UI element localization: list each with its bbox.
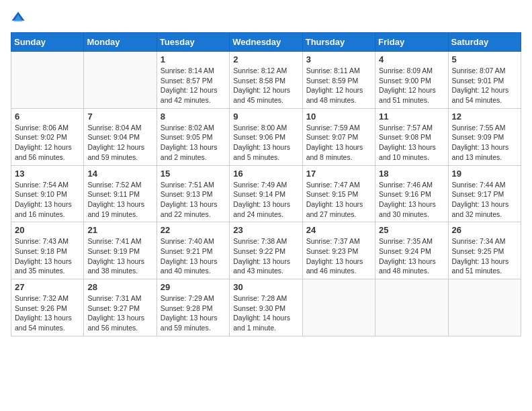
calendar-day-13: 13Sunrise: 7:54 AM Sunset: 9:10 PM Dayli… xyxy=(11,165,84,222)
day-number: 8 xyxy=(161,111,226,122)
weekday-header-wednesday: Wednesday xyxy=(230,33,302,52)
day-info: Sunrise: 7:49 AM Sunset: 9:14 PM Dayligh… xyxy=(233,180,298,220)
calendar-week-row: 1Sunrise: 8:14 AM Sunset: 8:57 PM Daylig… xyxy=(11,52,521,109)
day-info: Sunrise: 8:07 AM Sunset: 9:01 PM Dayligh… xyxy=(452,66,517,105)
day-info: Sunrise: 7:57 AM Sunset: 9:08 PM Dayligh… xyxy=(379,123,444,163)
day-number: 12 xyxy=(452,111,517,122)
day-number: 10 xyxy=(306,111,371,122)
calendar-day-27: 27Sunrise: 7:32 AM Sunset: 9:26 PM Dayli… xyxy=(11,279,84,336)
day-number: 30 xyxy=(233,282,298,292)
day-number: 6 xyxy=(15,111,80,122)
day-info: Sunrise: 7:28 AM Sunset: 9:30 PM Dayligh… xyxy=(233,293,298,333)
weekday-header-tuesday: Tuesday xyxy=(157,33,229,52)
day-info: Sunrise: 8:12 AM Sunset: 8:58 PM Dayligh… xyxy=(233,66,298,105)
day-info: Sunrise: 7:51 AM Sunset: 9:13 PM Dayligh… xyxy=(161,180,226,220)
weekday-header-sunday: Sunday xyxy=(11,33,84,52)
day-info: Sunrise: 7:47 AM Sunset: 9:15 PM Dayligh… xyxy=(306,180,371,220)
logo xyxy=(11,11,28,26)
day-info: Sunrise: 7:43 AM Sunset: 9:18 PM Dayligh… xyxy=(15,236,80,276)
day-info: Sunrise: 8:00 AM Sunset: 9:06 PM Dayligh… xyxy=(233,123,298,163)
calendar-day-30: 30Sunrise: 7:28 AM Sunset: 9:30 PM Dayli… xyxy=(230,279,302,336)
day-number: 11 xyxy=(379,111,444,122)
day-number: 1 xyxy=(161,54,226,64)
day-number: 22 xyxy=(161,225,226,235)
day-number: 13 xyxy=(15,169,80,179)
calendar-empty-cell xyxy=(84,52,157,109)
calendar-day-10: 10Sunrise: 7:59 AM Sunset: 9:07 PM Dayli… xyxy=(302,108,375,165)
day-number: 9 xyxy=(233,111,298,122)
day-info: Sunrise: 7:52 AM Sunset: 9:11 PM Dayligh… xyxy=(87,180,152,220)
calendar-week-row: 13Sunrise: 7:54 AM Sunset: 9:10 PM Dayli… xyxy=(11,165,521,222)
day-info: Sunrise: 7:55 AM Sunset: 9:09 PM Dayligh… xyxy=(452,123,517,163)
day-number: 5 xyxy=(452,54,517,64)
day-info: Sunrise: 8:14 AM Sunset: 8:57 PM Dayligh… xyxy=(161,66,226,105)
day-info: Sunrise: 7:40 AM Sunset: 9:21 PM Dayligh… xyxy=(161,236,226,276)
day-number: 14 xyxy=(87,169,152,179)
calendar-day-21: 21Sunrise: 7:41 AM Sunset: 9:19 PM Dayli… xyxy=(84,222,157,279)
day-info: Sunrise: 8:04 AM Sunset: 9:04 PM Dayligh… xyxy=(87,123,152,163)
day-info: Sunrise: 7:44 AM Sunset: 9:17 PM Dayligh… xyxy=(452,180,517,220)
weekday-header-thursday: Thursday xyxy=(302,33,375,52)
day-number: 29 xyxy=(161,282,226,292)
calendar-day-4: 4Sunrise: 8:09 AM Sunset: 9:00 PM Daylig… xyxy=(375,52,448,109)
day-number: 7 xyxy=(87,111,152,122)
day-info: Sunrise: 7:46 AM Sunset: 9:16 PM Dayligh… xyxy=(379,180,444,220)
weekday-header-saturday: Saturday xyxy=(448,33,521,52)
calendar-empty-cell xyxy=(11,52,84,109)
calendar-table: SundayMondayTuesdayWednesdayThursdayFrid… xyxy=(11,32,521,336)
day-number: 2 xyxy=(233,54,298,64)
calendar-day-29: 29Sunrise: 7:29 AM Sunset: 9:28 PM Dayli… xyxy=(157,279,229,336)
day-number: 24 xyxy=(306,225,371,235)
calendar-week-row: 20Sunrise: 7:43 AM Sunset: 9:18 PM Dayli… xyxy=(11,222,521,279)
calendar-week-row: 6Sunrise: 8:06 AM Sunset: 9:02 PM Daylig… xyxy=(11,108,521,165)
calendar-day-20: 20Sunrise: 7:43 AM Sunset: 9:18 PM Dayli… xyxy=(11,222,84,279)
day-info: Sunrise: 8:02 AM Sunset: 9:05 PM Dayligh… xyxy=(161,123,226,163)
day-info: Sunrise: 7:35 AM Sunset: 9:24 PM Dayligh… xyxy=(379,236,444,276)
day-number: 27 xyxy=(15,282,80,292)
calendar-day-9: 9Sunrise: 8:00 AM Sunset: 9:06 PM Daylig… xyxy=(230,108,302,165)
day-number: 26 xyxy=(452,225,517,235)
calendar-day-1: 1Sunrise: 8:14 AM Sunset: 8:57 PM Daylig… xyxy=(157,52,229,109)
calendar-day-5: 5Sunrise: 8:07 AM Sunset: 9:01 PM Daylig… xyxy=(448,52,521,109)
calendar-day-16: 16Sunrise: 7:49 AM Sunset: 9:14 PM Dayli… xyxy=(230,165,302,222)
weekday-header-row: SundayMondayTuesdayWednesdayThursdayFrid… xyxy=(11,33,521,52)
calendar-day-7: 7Sunrise: 8:04 AM Sunset: 9:04 PM Daylig… xyxy=(84,108,157,165)
calendar-day-8: 8Sunrise: 8:02 AM Sunset: 9:05 PM Daylig… xyxy=(157,108,229,165)
day-info: Sunrise: 7:38 AM Sunset: 9:22 PM Dayligh… xyxy=(233,236,298,276)
day-info: Sunrise: 7:41 AM Sunset: 9:19 PM Dayligh… xyxy=(87,236,152,276)
weekday-header-monday: Monday xyxy=(84,33,157,52)
day-number: 28 xyxy=(87,282,152,292)
calendar-day-12: 12Sunrise: 7:55 AM Sunset: 9:09 PM Dayli… xyxy=(448,108,521,165)
day-number: 16 xyxy=(233,169,298,179)
calendar-day-22: 22Sunrise: 7:40 AM Sunset: 9:21 PM Dayli… xyxy=(157,222,229,279)
calendar-day-11: 11Sunrise: 7:57 AM Sunset: 9:08 PM Dayli… xyxy=(375,108,448,165)
day-number: 19 xyxy=(452,169,517,179)
day-info: Sunrise: 8:06 AM Sunset: 9:02 PM Dayligh… xyxy=(15,123,80,163)
day-info: Sunrise: 8:09 AM Sunset: 9:00 PM Dayligh… xyxy=(379,66,444,105)
day-number: 3 xyxy=(306,54,371,64)
calendar-week-row: 27Sunrise: 7:32 AM Sunset: 9:26 PM Dayli… xyxy=(11,279,521,336)
day-info: Sunrise: 7:31 AM Sunset: 9:27 PM Dayligh… xyxy=(87,293,152,333)
calendar-day-2: 2Sunrise: 8:12 AM Sunset: 8:58 PM Daylig… xyxy=(230,52,302,109)
calendar-day-24: 24Sunrise: 7:37 AM Sunset: 9:23 PM Dayli… xyxy=(302,222,375,279)
day-number: 20 xyxy=(15,225,80,235)
day-info: Sunrise: 7:37 AM Sunset: 9:23 PM Dayligh… xyxy=(306,236,371,276)
calendar-day-28: 28Sunrise: 7:31 AM Sunset: 9:27 PM Dayli… xyxy=(84,279,157,336)
calendar-day-17: 17Sunrise: 7:47 AM Sunset: 9:15 PM Dayli… xyxy=(302,165,375,222)
calendar-empty-cell xyxy=(375,279,448,336)
calendar-empty-cell xyxy=(302,279,375,336)
calendar-day-6: 6Sunrise: 8:06 AM Sunset: 9:02 PM Daylig… xyxy=(11,108,84,165)
calendar-day-3: 3Sunrise: 8:11 AM Sunset: 8:59 PM Daylig… xyxy=(302,52,375,109)
calendar-day-15: 15Sunrise: 7:51 AM Sunset: 9:13 PM Dayli… xyxy=(157,165,229,222)
day-number: 21 xyxy=(87,225,152,235)
day-number: 25 xyxy=(379,225,444,235)
calendar-day-14: 14Sunrise: 7:52 AM Sunset: 9:11 PM Dayli… xyxy=(84,165,157,222)
day-info: Sunrise: 7:32 AM Sunset: 9:26 PM Dayligh… xyxy=(15,293,80,333)
day-number: 15 xyxy=(161,169,226,179)
day-number: 23 xyxy=(233,225,298,235)
day-number: 18 xyxy=(379,169,444,179)
day-info: Sunrise: 7:54 AM Sunset: 9:10 PM Dayligh… xyxy=(15,180,80,220)
calendar-day-19: 19Sunrise: 7:44 AM Sunset: 9:17 PM Dayli… xyxy=(448,165,521,222)
calendar-day-18: 18Sunrise: 7:46 AM Sunset: 9:16 PM Dayli… xyxy=(375,165,448,222)
day-info: Sunrise: 7:29 AM Sunset: 9:28 PM Dayligh… xyxy=(161,293,226,333)
